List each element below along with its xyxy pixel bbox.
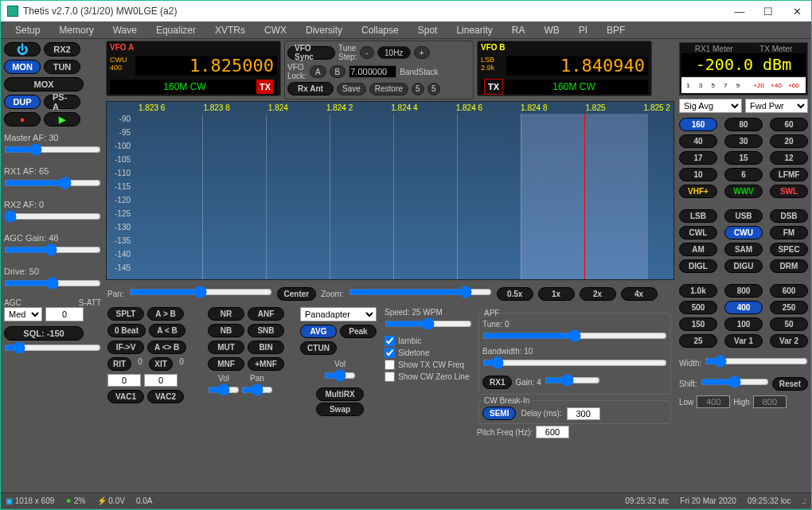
- sql-slider[interactable]: [4, 342, 101, 353]
- menu-pi[interactable]: PI: [571, 23, 595, 37]
- band-vhf[interactable]: VHF+: [679, 185, 717, 198]
- anf-button[interactable]: ANF: [248, 307, 284, 321]
- filter-10k[interactable]: 1.0k: [679, 284, 717, 298]
- a2b-button[interactable]: A > B: [147, 307, 184, 321]
- band-10[interactable]: 10: [679, 168, 717, 181]
- agc-select[interactable]: Med: [4, 307, 42, 321]
- mode-lsb[interactable]: LSB: [679, 209, 717, 223]
- iambic-check[interactable]: Iambic: [385, 336, 472, 346]
- mode-cwl[interactable]: CWL: [679, 226, 717, 239]
- filter-600[interactable]: 600: [770, 284, 808, 298]
- low-input[interactable]: [697, 395, 730, 408]
- menu-xvtrs[interactable]: XVTRs: [207, 23, 253, 37]
- band-20[interactable]: 20: [770, 134, 808, 148]
- center-button[interactable]: Center: [277, 287, 317, 301]
- menu-spot[interactable]: Spot: [410, 23, 446, 37]
- zoom-slider[interactable]: [349, 286, 492, 298]
- apf-bw-slider[interactable]: [482, 357, 667, 368]
- pmnf-button[interactable]: +MNF: [248, 357, 284, 371]
- vfo-sync-button[interactable]: VFO Sync: [287, 46, 335, 60]
- xit-input[interactable]: [144, 374, 178, 387]
- band-17[interactable]: 17: [679, 151, 717, 165]
- zoom-1x[interactable]: 1x: [538, 287, 575, 301]
- mode-am[interactable]: AM: [679, 243, 717, 256]
- rx2-button[interactable]: RX2: [44, 42, 80, 56]
- band-15[interactable]: 15: [724, 151, 763, 165]
- agc-gain-slider[interactable]: [4, 244, 101, 255]
- band-lfmf[interactable]: LFMF: [770, 168, 808, 181]
- rx1-af-slider[interactable]: [4, 177, 101, 189]
- mode-digl[interactable]: DIGL: [679, 259, 717, 273]
- delay-input[interactable]: [567, 407, 600, 420]
- band-swl[interactable]: SWL: [770, 185, 808, 198]
- menu-memory[interactable]: Memory: [51, 23, 101, 37]
- band-12[interactable]: 12: [770, 151, 808, 165]
- band-80[interactable]: 80: [724, 118, 763, 131]
- nr-button[interactable]: NR: [208, 307, 244, 321]
- mode-spec[interactable]: SPEC: [770, 243, 808, 256]
- freq-entry[interactable]: [349, 65, 396, 78]
- snb-button[interactable]: SNB: [248, 324, 284, 337]
- menu-setup[interactable]: Setup: [7, 23, 48, 37]
- save-button[interactable]: Save: [337, 83, 366, 95]
- filter-800[interactable]: 800: [724, 284, 763, 298]
- tunestep-plus[interactable]: +: [414, 46, 430, 59]
- apf-tune-slider[interactable]: [482, 330, 667, 341]
- filter-100[interactable]: 100: [724, 317, 763, 331]
- record-button[interactable]: ●: [4, 112, 41, 127]
- close-button[interactable]: ✕: [789, 3, 805, 19]
- menu-cwx[interactable]: CWX: [256, 23, 295, 37]
- mut-button[interactable]: MUT: [208, 341, 244, 354]
- mode-usb[interactable]: USB: [724, 209, 763, 223]
- reset-button[interactable]: Reset: [772, 377, 808, 391]
- alb-button[interactable]: A < B: [149, 324, 185, 337]
- swap-button[interactable]: Swap: [316, 403, 364, 416]
- mode-cwu[interactable]: CWU: [724, 226, 763, 239]
- mon-button[interactable]: MON: [4, 60, 41, 74]
- panadapter[interactable]: 1.823 61.823 81.8241.824 21.824 41.824 6…: [106, 101, 674, 280]
- mode-dsb[interactable]: DSB: [770, 209, 808, 223]
- xit-button[interactable]: XIT: [149, 357, 173, 371]
- apf-rx1-button[interactable]: RX1: [482, 376, 512, 389]
- avg-button[interactable]: AVG: [300, 325, 337, 338]
- play-button[interactable]: ▶: [44, 112, 80, 127]
- filter-500[interactable]: 500: [679, 301, 717, 314]
- band-30[interactable]: 30: [724, 134, 763, 148]
- menu-collapse[interactable]: Collapse: [353, 23, 407, 37]
- mox-button[interactable]: MOX: [4, 77, 84, 91]
- drive-slider[interactable]: [4, 278, 101, 289]
- aswap-button[interactable]: A <> B: [147, 341, 186, 354]
- filter-var2[interactable]: Var 2: [770, 334, 808, 348]
- filter-150[interactable]: 150: [679, 317, 717, 331]
- vfo-lock-b[interactable]: B: [330, 65, 346, 78]
- showzero-check[interactable]: Show CW Zero Line: [385, 372, 472, 382]
- menu-ra[interactable]: RA: [504, 23, 533, 37]
- restore-button[interactable]: Restore: [369, 83, 408, 95]
- mnf-button[interactable]: MNF: [208, 357, 244, 371]
- zerobeat-button[interactable]: 0 Beat: [107, 324, 146, 337]
- multirx-button[interactable]: MultiRX: [316, 387, 364, 401]
- zoom-2x[interactable]: 2x: [580, 287, 616, 301]
- width-slider[interactable]: [705, 356, 808, 367]
- shift-slider[interactable]: [701, 376, 769, 387]
- filter-25[interactable]: 25: [679, 334, 717, 348]
- band-6[interactable]: 6: [724, 168, 763, 181]
- tx-meter-select[interactable]: Fwd Pwr: [745, 99, 808, 113]
- minimize-button[interactable]: —: [732, 3, 748, 19]
- peak-button[interactable]: Peak: [340, 325, 377, 338]
- cw-speed-slider[interactable]: [385, 318, 472, 329]
- splt-button[interactable]: SPLT: [107, 307, 144, 321]
- dup-button[interactable]: DUP: [4, 95, 41, 109]
- menu-diversity[interactable]: Diversity: [298, 23, 350, 37]
- mode-fm[interactable]: FM: [770, 226, 808, 239]
- menu-equalizer[interactable]: Equalizer: [148, 23, 204, 37]
- mode-drm[interactable]: DRM: [770, 259, 808, 273]
- pan-slider[interactable]: [129, 286, 272, 298]
- rit-button[interactable]: RIT: [107, 357, 131, 371]
- filter-50[interactable]: 50: [770, 317, 808, 331]
- multirx-vol-slider[interactable]: [324, 370, 356, 381]
- sql-button[interactable]: SQL: -150: [4, 326, 84, 341]
- tun-button[interactable]: TUN: [44, 60, 80, 74]
- mode-sam[interactable]: SAM: [724, 243, 763, 256]
- vfo-lock-a[interactable]: A: [310, 65, 326, 78]
